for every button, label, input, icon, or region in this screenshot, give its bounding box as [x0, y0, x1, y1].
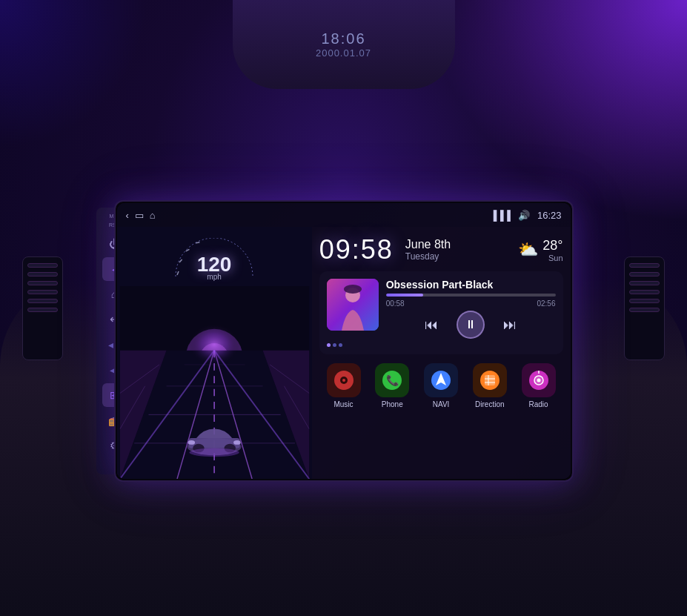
dot-active — [327, 343, 331, 347]
vent-slot — [629, 263, 660, 268]
svg-point-29 — [187, 440, 195, 445]
status-bar: ‹ ▭ ⌂ ▐▐▐ 🔊 16:23 — [117, 203, 571, 227]
next-button[interactable]: ⏭ — [500, 314, 520, 335]
date-section: June 8th Tuesday — [399, 238, 513, 262]
date-day: Tuesday — [405, 251, 513, 262]
progress-bar-fill — [386, 294, 423, 297]
svg-point-51 — [537, 379, 540, 382]
app-icons-row: Music 📞 Phone — [319, 363, 563, 408]
main-area: 120 mph — [117, 227, 571, 479]
svg-point-26 — [171, 318, 257, 389]
weather-section: ⛅ 28° Sun — [518, 238, 562, 262]
time-total: 02:56 — [537, 299, 555, 308]
svg-point-36 — [344, 285, 362, 294]
vent-slot — [27, 308, 58, 312]
music-top: Obsession Part-Black 00:58 02:56 ⏮ — [327, 279, 556, 339]
signal-icon: ▐▐▐ — [490, 210, 511, 221]
status-right: ▐▐▐ 🔊 16:23 — [490, 210, 561, 221]
time-indicators: 00:58 02:56 — [386, 299, 556, 308]
time-display: 09:58 — [319, 234, 394, 265]
right-panel: 09:58 June 8th Tuesday ⛅ 28° Sun — [312, 227, 571, 479]
vent-slot — [629, 272, 660, 276]
playback-dots — [327, 343, 556, 347]
play-pause-button[interactable]: ⏸ — [457, 311, 485, 339]
navi-app-label: NAVI — [433, 400, 450, 408]
volume-icon[interactable]: 🔊 — [518, 210, 530, 221]
vent-slot — [27, 290, 58, 294]
cluster-date: 2000.01.07 — [316, 47, 371, 59]
screen-bezel: ‹ ▭ ⌂ ▐▐▐ 🔊 16:23 — [114, 200, 574, 482]
svg-rect-45 — [485, 375, 495, 385]
svg-point-33 — [189, 448, 239, 457]
window-icon[interactable]: ▭ — [135, 210, 144, 221]
back-icon[interactable]: ‹ — [126, 210, 129, 221]
vent-slot — [27, 272, 58, 276]
direction-app-label: Direction — [475, 400, 504, 408]
status-time: 16:23 — [537, 210, 562, 221]
music-app-label: Music — [333, 400, 353, 408]
vent-slot — [27, 281, 58, 285]
album-art — [327, 279, 379, 331]
app-icon-direction[interactable]: Direction — [473, 363, 507, 408]
vent-slot — [629, 281, 660, 285]
svg-line-4 — [179, 259, 182, 262]
app-icon-phone[interactable]: 📞 Phone — [375, 363, 409, 408]
weather-temp: 28° — [542, 238, 562, 254]
car-background: 18:06 2000.01.07 MIC RST ⏻ ◂ ⌂ ↩ ◂+ ◂- ⊞… — [0, 0, 687, 616]
vent-slot — [27, 263, 58, 268]
svg-text:📞: 📞 — [386, 374, 399, 387]
weather-desc: Sun — [542, 254, 562, 262]
speedometer: 120 mph — [173, 238, 255, 282]
vent-slot — [629, 299, 660, 303]
svg-line-3 — [177, 271, 179, 275]
svg-point-39 — [342, 379, 345, 382]
vent-right — [624, 256, 665, 360]
cluster-clock: 18:06 — [321, 30, 365, 47]
radio-app-label: Radio — [529, 400, 548, 408]
weather-icon: ⛅ — [518, 240, 538, 259]
bg-glow-left — [0, 0, 148, 148]
status-left: ‹ ▭ ⌂ — [126, 210, 156, 221]
app-icon-music[interactable]: Music — [327, 363, 361, 408]
song-title: Obsession Part-Black — [386, 279, 556, 291]
music-info: Obsession Part-Black 00:58 02:56 ⏮ — [386, 279, 556, 339]
svg-point-30 — [233, 440, 241, 445]
instrument-cluster: 18:06 2000.01.07 — [233, 0, 455, 89]
speed-unit: mph — [207, 273, 221, 281]
prev-button[interactable]: ⏮ — [421, 314, 442, 335]
progress-bar-container[interactable] — [386, 294, 556, 297]
screen-ui: ‹ ▭ ⌂ ▐▐▐ 🔊 16:23 — [117, 203, 571, 479]
app-icon-radio[interactable]: Radio — [522, 363, 556, 408]
time-current: 00:58 — [386, 299, 405, 308]
racing-view: 120 mph — [117, 227, 312, 479]
tunnel-visualization — [117, 286, 312, 479]
vent-left — [22, 256, 63, 360]
vent-slot — [27, 299, 58, 303]
app-icon-navi[interactable]: NAVI — [424, 363, 458, 408]
dot — [339, 343, 342, 347]
time-weather-row: 09:58 June 8th Tuesday ⛅ 28° Sun — [319, 234, 563, 265]
phone-app-label: Phone — [382, 400, 403, 408]
music-controls: ⏮ ⏸ ⏭ — [386, 311, 556, 339]
home-icon[interactable]: ⌂ — [150, 210, 156, 221]
vent-slot — [629, 290, 660, 294]
music-player: Obsession Part-Black 00:58 02:56 ⏮ — [319, 271, 563, 354]
date-name: June 8th — [405, 238, 513, 251]
vent-slot — [629, 308, 660, 312]
bg-glow-right — [428, 0, 687, 222]
dot — [333, 343, 336, 347]
